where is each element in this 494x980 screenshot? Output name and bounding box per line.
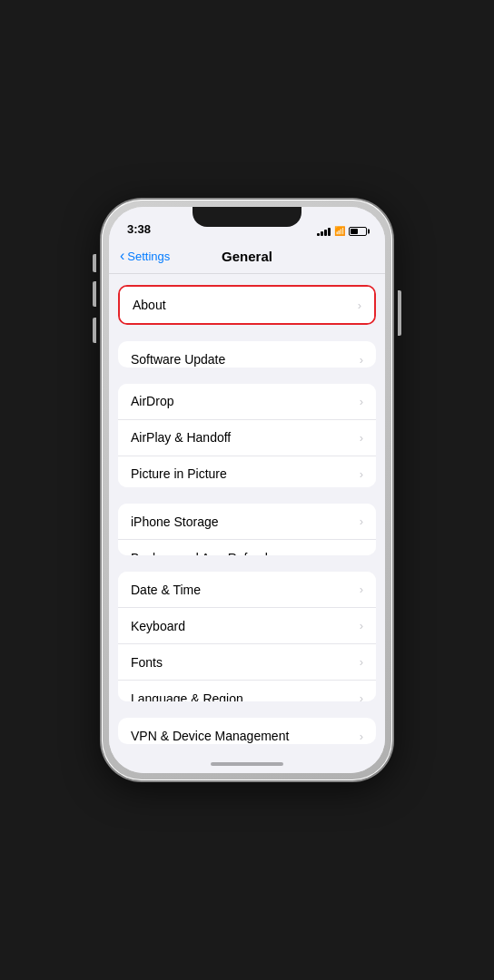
home-bar <box>211 762 283 766</box>
settings-row-language-region[interactable]: Language & Region › <box>118 681 376 701</box>
airdrop-label: AirDrop <box>131 394 173 408</box>
picture-in-picture-label: Picture in Picture <box>131 466 227 481</box>
navigation-bar: ‹ Settings General <box>109 240 385 274</box>
software-update-label: Software Update <box>131 352 225 367</box>
power-button[interactable] <box>398 290 401 336</box>
fonts-chevron-icon: › <box>360 655 363 669</box>
date-time-chevron-icon: › <box>360 583 363 596</box>
background-app-refresh-chevron-icon: › <box>360 552 363 556</box>
wifi-icon: 📶 <box>334 226 345 236</box>
airplay-handoff-label: AirPlay & Handoff <box>131 430 231 445</box>
notch <box>193 207 301 227</box>
status-time: 3:38 <box>127 222 151 236</box>
settings-row-picture-in-picture[interactable]: Picture in Picture › <box>118 456 376 487</box>
date-time-label: Date & Time <box>131 583 201 597</box>
settings-row-iphone-storage[interactable]: iPhone Storage › <box>118 504 376 540</box>
page-title: General <box>222 249 272 264</box>
settings-row-background-app-refresh[interactable]: Background App Refresh › <box>118 540 376 555</box>
settings-row-software-update[interactable]: Software Update › <box>118 341 376 368</box>
phone-screen: 3:38 📶 ‹ Settings General <box>109 207 385 773</box>
about-chevron-icon: › <box>358 299 361 312</box>
iphone-storage-label: iPhone Storage <box>131 514 219 529</box>
keyboard-label: Keyboard <box>131 619 185 633</box>
back-label: Settings <box>127 250 170 263</box>
language-region-label: Language & Region <box>131 691 243 702</box>
signal-icon <box>317 227 331 236</box>
settings-row-airdrop[interactable]: AirDrop › <box>118 384 376 420</box>
picture-in-picture-chevron-icon: › <box>360 467 363 481</box>
home-indicator <box>109 755 385 773</box>
battery-icon <box>349 227 367 236</box>
phone-frame: 3:38 📶 ‹ Settings General <box>102 200 392 780</box>
status-icons: 📶 <box>317 226 367 236</box>
settings-content: About › Software Update › AirDrop › AirP… <box>109 274 385 755</box>
airdrop-chevron-icon: › <box>360 395 363 408</box>
settings-row-airplay-handoff[interactable]: AirPlay & Handoff › <box>118 420 376 456</box>
group-locale: Date & Time › Keyboard › Fonts › Languag… <box>118 572 376 701</box>
software-update-chevron-icon: › <box>360 353 363 367</box>
volume-down-button[interactable] <box>93 318 96 343</box>
back-chevron-icon: ‹ <box>120 249 124 263</box>
settings-row-about[interactable]: About › <box>120 287 374 323</box>
group-software: Software Update › <box>118 341 376 368</box>
about-label: About <box>133 298 166 312</box>
airplay-handoff-chevron-icon: › <box>360 431 363 445</box>
settings-row-vpn-device-management[interactable]: VPN & Device Management › <box>118 718 376 744</box>
vpn-device-management-label: VPN & Device Management <box>131 729 289 743</box>
group-about: About › <box>118 285 376 325</box>
group-storage: iPhone Storage › Background App Refresh … <box>118 504 376 555</box>
back-button[interactable]: ‹ Settings <box>120 250 170 263</box>
language-region-chevron-icon: › <box>360 691 363 701</box>
volume-up-button[interactable] <box>93 281 96 307</box>
settings-row-fonts[interactable]: Fonts › <box>118 644 376 681</box>
background-app-refresh-label: Background App Refresh <box>131 551 272 555</box>
settings-row-date-time[interactable]: Date & Time › <box>118 572 376 608</box>
mute-button[interactable] <box>93 254 96 272</box>
fonts-label: Fonts <box>131 655 163 670</box>
vpn-device-management-chevron-icon: › <box>360 730 363 743</box>
keyboard-chevron-icon: › <box>360 619 363 632</box>
settings-row-keyboard[interactable]: Keyboard › <box>118 608 376 644</box>
group-connectivity: AirDrop › AirPlay & Handoff › Picture in… <box>118 384 376 487</box>
group-vpn: VPN & Device Management › <box>118 718 376 744</box>
iphone-storage-chevron-icon: › <box>360 514 363 528</box>
